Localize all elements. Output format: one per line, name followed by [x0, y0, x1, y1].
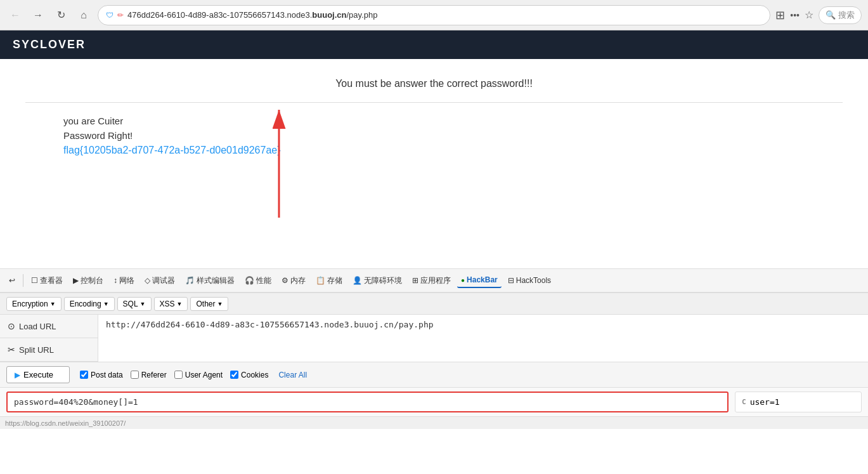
forward-button[interactable]: →	[29, 6, 47, 24]
post-data-checkbox[interactable]	[80, 371, 88, 379]
qr-icon[interactable]: ⊞	[775, 8, 785, 22]
execute-label: Execute	[23, 370, 53, 379]
execute-button[interactable]: ▶ Execute	[6, 366, 70, 383]
devtools-item-accessibility[interactable]: 👤 无障碍环境	[349, 273, 406, 289]
devtools-item-style[interactable]: 🎵 样式编辑器	[181, 273, 238, 289]
app-logo: SYCLOVER	[13, 38, 86, 51]
other-dropdown[interactable]: Other ▼	[190, 297, 228, 311]
devtools-item-perf[interactable]: 🎧 性能	[241, 273, 275, 289]
url-bar[interactable]: 🛡 ✏ 476dd264-6610-4d89-a83c-107556657143…	[98, 5, 770, 25]
app-header: SYCLOVER	[0, 30, 868, 59]
memory-icon: ⚙	[282, 276, 288, 285]
url-path: /pay.php	[347, 10, 378, 20]
encryption-label: Encryption	[12, 300, 48, 308]
home-button[interactable]: ⌂	[75, 6, 93, 24]
sql-arrow: ▼	[140, 301, 146, 307]
split-url-icon: ✂	[8, 345, 15, 355]
post-data-input[interactable]	[6, 392, 729, 412]
devtools-bar: ↩ ☐ 查看器 ▶ 控制台 ↕ 网络 ◇ 调试器 🎵 样式编辑器 🎧 性能 ⚙ …	[0, 268, 868, 293]
result-text-1: you are Cuiter	[63, 115, 843, 126]
hackbar-post-row: C	[0, 388, 868, 416]
encoding-dropdown[interactable]: Encoding ▼	[64, 297, 115, 311]
xss-label: XSS	[160, 300, 175, 308]
page-message: You must be answer the correct password!…	[25, 78, 843, 89]
hackbar-dot: ●	[461, 277, 465, 284]
encryption-arrow: ▼	[50, 301, 56, 307]
app-label: 应用程序	[420, 275, 451, 286]
user-agent-checkbox[interactable]	[174, 371, 183, 379]
network-label: 网络	[119, 275, 134, 286]
cookies-prefix-label: C	[742, 398, 746, 406]
devtools-sep-1	[23, 274, 23, 287]
search-placeholder: 搜索	[838, 10, 855, 21]
hackbar-panel: Encryption ▼ Encoding ▼ SQL ▼ XSS ▼ Othe…	[0, 293, 868, 416]
reload-button[interactable]: ↻	[52, 6, 70, 24]
devtools-item-app[interactable]: ⊞ 应用程序	[408, 273, 455, 289]
result-text-2: Password Right!	[63, 130, 843, 141]
memory-label: 内存	[290, 275, 306, 286]
debugger-label: 调试器	[152, 275, 175, 286]
cookies-checkbox[interactable]	[230, 371, 238, 379]
cookies-container: C	[735, 392, 862, 412]
style-icon: 🎵	[185, 276, 195, 285]
execute-icon: ▶	[15, 371, 20, 379]
perf-icon: 🎧	[245, 276, 254, 285]
shield-icon: 🛡	[106, 11, 113, 20]
encoding-arrow: ▼	[103, 301, 109, 307]
url-input[interactable]	[98, 315, 868, 362]
bookmark-icon[interactable]: ☆	[805, 9, 813, 21]
clear-all-link[interactable]: Clear All	[278, 371, 307, 379]
split-url-button[interactable]: ✂ Split URL	[0, 338, 98, 362]
devtools-item-hackbar[interactable]: ● HackBar	[457, 273, 502, 288]
style-label: 样式编辑器	[197, 275, 235, 286]
devtools-item-storage[interactable]: 📋 存储	[312, 273, 346, 289]
more-icon[interactable]: •••	[790, 10, 800, 20]
accessibility-icon: 👤	[353, 276, 362, 285]
devtools-item-network[interactable]: ↕ 网络	[110, 273, 138, 289]
post-data-checkbox-item[interactable]: Post data	[80, 371, 123, 379]
cookies-label: Cookies	[241, 371, 268, 379]
referer-checkbox[interactable]	[131, 371, 139, 379]
cookies-value-input[interactable]	[750, 397, 857, 407]
hackbar-label: HackBar	[467, 275, 498, 284]
hackbar-toolbar: Encryption ▼ Encoding ▼ SQL ▼ XSS ▼ Othe…	[0, 293, 868, 315]
console-label: 控制台	[81, 275, 103, 286]
cookies-checkbox-item[interactable]: Cookies	[230, 371, 268, 379]
referer-label: Referer	[141, 371, 167, 379]
devtools-item-memory[interactable]: ⚙ 内存	[278, 273, 309, 289]
xss-arrow: ▼	[177, 301, 183, 307]
devtools-item-inspector[interactable]: ↩	[5, 273, 19, 287]
devtools-item-debugger[interactable]: ◇ 调试器	[141, 273, 179, 289]
devtools-item-console[interactable]: ▶ 控制台	[69, 273, 107, 289]
hackbar-execute-row: ▶ Execute Post data Referer User Agent C…	[0, 362, 868, 388]
devtools-item-viewer[interactable]: ☐ 查看器	[27, 273, 67, 289]
user-agent-checkbox-item[interactable]: User Agent	[174, 371, 223, 379]
search-icon: 🔍	[826, 10, 836, 20]
hacktools-icon: ⊟	[508, 276, 514, 285]
devtools-item-hacktools[interactable]: ⊟ HackTools	[504, 273, 555, 287]
debugger-icon: ◇	[145, 276, 150, 285]
post-data-label: Post data	[91, 371, 123, 379]
url-display: 476dd264-6610-4d89-a83c-107556657143.nod…	[127, 10, 762, 20]
checkbox-group: Post data Referer User Agent Cookies Cle…	[80, 371, 307, 379]
network-icon: ↕	[113, 276, 117, 285]
browser-actions: ⊞ ••• ☆	[775, 8, 813, 22]
storage-icon: 📋	[316, 276, 325, 285]
url-prefix: 476dd264-6610-4d89-a83c-107556657143.nod…	[127, 10, 312, 20]
viewer-icon: ☐	[31, 276, 38, 285]
other-label: Other	[196, 300, 215, 308]
viewer-label: 查看器	[40, 275, 63, 286]
load-url-button[interactable]: ⊙ Load URL	[0, 315, 98, 338]
search-box[interactable]: 🔍 搜索	[819, 6, 862, 24]
flag-text: flag{10205ba2-d707-472a-b527-d0e01d9267a…	[63, 145, 843, 156]
encoding-label: Encoding	[70, 300, 101, 308]
perf-label: 性能	[256, 275, 271, 286]
browser-bar: ← → ↻ ⌂ 🛡 ✏ 476dd264-6610-4d89-a83c-1075…	[0, 0, 868, 30]
xss-dropdown[interactable]: XSS ▼	[154, 297, 188, 311]
encryption-dropdown[interactable]: Encryption ▼	[6, 297, 62, 311]
referer-checkbox-item[interactable]: Referer	[131, 371, 167, 379]
status-bar: https://blog.csdn.net/weixin_39100207/	[0, 416, 868, 429]
back-button[interactable]: ←	[6, 6, 24, 24]
other-arrow: ▼	[217, 301, 223, 307]
sql-dropdown[interactable]: SQL ▼	[117, 297, 152, 311]
